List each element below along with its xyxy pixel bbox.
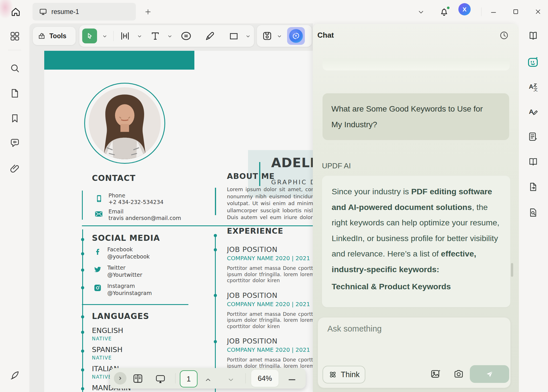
send-icon bbox=[485, 369, 494, 379]
edit-text-dropdown[interactable] bbox=[136, 33, 143, 39]
ai-logo bbox=[289, 29, 303, 43]
close-button[interactable] bbox=[534, 8, 542, 15]
chevron-down-icon bbox=[136, 33, 143, 39]
previous-page-button[interactable] bbox=[203, 376, 213, 383]
avatar[interactable]: X bbox=[458, 3, 471, 15]
shape-tool[interactable] bbox=[228, 31, 239, 42]
presentation-icon bbox=[154, 373, 167, 385]
home-button[interactable] bbox=[10, 6, 22, 18]
tabs-dropdown-button[interactable] bbox=[417, 8, 425, 16]
titlebar-divider bbox=[481, 7, 481, 16]
cursor-icon bbox=[86, 32, 94, 40]
facebook-icon bbox=[93, 247, 102, 256]
svg-text:A: A bbox=[529, 83, 533, 90]
social-network: Twitter bbox=[107, 264, 142, 271]
pencil-icon bbox=[204, 30, 216, 42]
ai-assistant-button[interactable] bbox=[287, 27, 305, 45]
social-item: Twitter @Yourtwitter bbox=[93, 264, 202, 278]
search-icon bbox=[9, 63, 20, 74]
sidebar-item-attachments[interactable] bbox=[9, 163, 20, 174]
minimize-button[interactable] bbox=[490, 9, 497, 16]
timeline-dot bbox=[214, 234, 217, 237]
chat-scrollbar[interactable] bbox=[511, 263, 513, 277]
sidebar-item-search[interactable] bbox=[9, 63, 20, 74]
shape-tool-dropdown[interactable] bbox=[245, 33, 251, 39]
job-desc-line: cporttitor dolor kiren bbox=[227, 278, 315, 284]
ai-sender-name: UPDF AI bbox=[322, 161, 351, 170]
tools-button[interactable]: Tools bbox=[33, 27, 76, 45]
two-page-view-icon bbox=[132, 373, 144, 385]
chat-panel-title: Chat bbox=[317, 31, 334, 40]
about-line: nonummy nibh euismod tincidunt ut bbox=[227, 193, 315, 200]
sidebar-item-ink-tools[interactable] bbox=[9, 370, 20, 381]
bar-divider bbox=[245, 373, 246, 383]
stamp-icon bbox=[261, 30, 273, 42]
comment-bubble-icon bbox=[9, 138, 20, 148]
social-handle: @Yourinstagram bbox=[107, 290, 152, 296]
timeline-dot bbox=[81, 331, 84, 334]
about-line: volutpat. Ut wisi enim ad minim ve bbox=[227, 200, 315, 207]
sidebar-item-proofread[interactable]: A bbox=[528, 106, 539, 117]
job-desc-line: Porttitor amet massa Done cporttitor bbox=[227, 357, 315, 363]
insert-image-button[interactable] bbox=[430, 368, 442, 380]
stamp-tool-dropdown[interactable] bbox=[276, 33, 283, 39]
new-tab-button[interactable] bbox=[144, 8, 152, 16]
twitter-icon bbox=[93, 265, 102, 274]
send-button[interactable] bbox=[470, 365, 509, 383]
email-value: travis anderson@mail.com bbox=[108, 215, 181, 221]
document-tab-icon bbox=[39, 7, 47, 16]
instagram-icon bbox=[93, 283, 102, 292]
sidebar-item-comments[interactable] bbox=[9, 138, 20, 148]
languages-heading: LANGUAGES bbox=[92, 312, 149, 321]
job-desc-line: ipsum dolor tfringilla. lorem lorem bbox=[227, 272, 315, 278]
zoom-level-value: 64% bbox=[258, 374, 272, 383]
pencil-tool[interactable] bbox=[204, 30, 216, 42]
think-toggle-button[interactable]: Think bbox=[323, 366, 365, 383]
zoom-level-display[interactable]: 64% bbox=[251, 370, 279, 387]
sidebar-item-reader[interactable] bbox=[528, 30, 539, 41]
sidebar-item-summarize[interactable] bbox=[528, 131, 539, 142]
page-number-input[interactable]: 1 bbox=[180, 370, 198, 387]
collapse-bar-button[interactable] bbox=[114, 372, 126, 385]
document-tab[interactable]: resume-1 bbox=[33, 3, 136, 21]
maximize-button[interactable] bbox=[512, 8, 519, 15]
minus-icon bbox=[287, 374, 297, 385]
comment-tool[interactable] bbox=[180, 30, 192, 42]
two-page-view-button[interactable] bbox=[132, 373, 144, 385]
select-tool-dropdown[interactable] bbox=[102, 33, 108, 39]
screenshot-button[interactable] bbox=[453, 368, 465, 380]
edit-text-tool[interactable] bbox=[119, 30, 131, 42]
sidebar-item-translate[interactable]: A文 bbox=[528, 82, 539, 92]
text-tool[interactable] bbox=[150, 30, 161, 42]
sidebar-item-thumbnails[interactable] bbox=[9, 88, 20, 99]
sidebar-item-document-search[interactable] bbox=[528, 207, 539, 218]
file-export-icon bbox=[528, 181, 539, 192]
sidebar-item-pages[interactable] bbox=[528, 156, 539, 167]
stamp-tool[interactable] bbox=[261, 30, 273, 42]
text-tool-dropdown[interactable] bbox=[167, 33, 173, 39]
experience-item: JOB POSITION COMPANY NAME 2020 | 2021 Po… bbox=[227, 245, 315, 284]
job-company: COMPANY NAME 2020 | 2021 bbox=[227, 346, 315, 353]
svg-text:A: A bbox=[529, 108, 534, 115]
zoom-out-button[interactable] bbox=[287, 374, 297, 385]
timeline-dot bbox=[81, 315, 84, 318]
sidebar-item-panels[interactable] bbox=[9, 31, 20, 42]
summarize-icon bbox=[528, 131, 539, 142]
sidebar-item-bookmarks[interactable] bbox=[9, 113, 20, 124]
chevron-up-icon bbox=[203, 376, 213, 383]
user-message-text: What are Some Good Keywords to Use for M… bbox=[331, 101, 485, 132]
resume-header-bar bbox=[44, 51, 194, 70]
sidebar-item-export[interactable] bbox=[528, 181, 539, 192]
timeline-dot bbox=[81, 349, 84, 353]
chevron-down-icon bbox=[167, 33, 173, 39]
chat-history-button[interactable] bbox=[499, 30, 509, 41]
next-page-button[interactable] bbox=[226, 376, 236, 383]
phone-value: +2 434-232-534234 bbox=[108, 199, 164, 205]
experience-list: JOB POSITION COMPANY NAME 2020 | 2021 Po… bbox=[227, 245, 315, 375]
toolbar-divider bbox=[113, 31, 114, 41]
experience-item: JOB POSITION COMPANY NAME 2020 | 2021 Po… bbox=[227, 291, 315, 330]
select-tool-button[interactable] bbox=[82, 29, 97, 43]
ai-message-heading: Technical & Product Keywords bbox=[332, 279, 502, 294]
presentation-mode-button[interactable] bbox=[154, 373, 167, 385]
sidebar-item-ai-assistant[interactable] bbox=[527, 55, 540, 68]
